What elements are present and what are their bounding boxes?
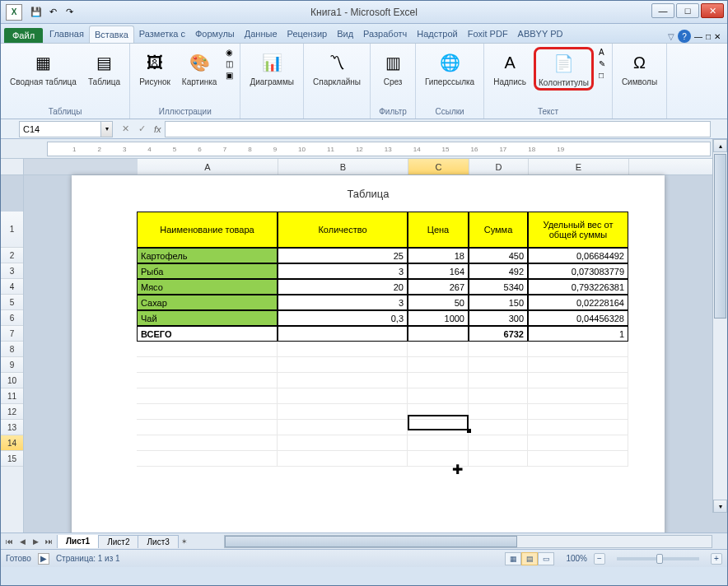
table-cell[interactable]: 0,02228164 bbox=[528, 295, 628, 310]
col-header-B[interactable]: B bbox=[278, 159, 408, 174]
table-cell[interactable]: Картофель bbox=[137, 248, 278, 263]
row-header-12[interactable]: 12 bbox=[1, 404, 23, 420]
row-header-15[interactable]: 15 bbox=[1, 451, 23, 467]
page-break-view-button[interactable]: ▭ bbox=[538, 552, 554, 565]
empty-cell[interactable] bbox=[528, 357, 628, 373]
zoom-out-button[interactable]: − bbox=[594, 553, 605, 565]
empty-cell[interactable] bbox=[469, 373, 528, 388]
col-header-C[interactable]: C bbox=[408, 159, 469, 174]
row-header-11[interactable]: 11 bbox=[1, 388, 23, 404]
table-cell[interactable]: 164 bbox=[408, 263, 469, 279]
redo-icon[interactable]: ↷ bbox=[62, 5, 77, 20]
window-restore-icon[interactable]: □ bbox=[706, 32, 711, 41]
empty-cell[interactable] bbox=[408, 420, 469, 435]
empty-cell[interactable] bbox=[278, 435, 408, 451]
empty-cell[interactable] bbox=[278, 388, 408, 404]
tab-главная[interactable]: Главная bbox=[44, 26, 89, 43]
empty-cell[interactable] bbox=[469, 404, 528, 420]
zoom-thumb[interactable] bbox=[656, 554, 663, 564]
empty-cell[interactable] bbox=[528, 404, 628, 420]
table-cell[interactable]: 450 bbox=[469, 248, 528, 263]
name-box[interactable]: C14 bbox=[19, 121, 101, 137]
table-cell[interactable]: Мясо bbox=[137, 279, 278, 295]
empty-cell[interactable] bbox=[408, 357, 469, 373]
hyperlink-button[interactable]: 🌐Гиперссылка bbox=[421, 47, 478, 89]
empty-cell[interactable] bbox=[137, 373, 278, 388]
table-cell[interactable]: Сахар bbox=[137, 295, 278, 310]
table-cell[interactable]: 0,04456328 bbox=[528, 310, 628, 326]
shapes-button[interactable]: ◉ bbox=[224, 47, 235, 58]
window-close-icon[interactable]: ✕ bbox=[714, 32, 721, 41]
empty-cell[interactable] bbox=[528, 373, 628, 388]
vertical-scrollbar[interactable]: ▴ ▾ bbox=[712, 139, 727, 513]
empty-cell[interactable] bbox=[408, 388, 469, 404]
table-cell[interactable]: 25 bbox=[278, 248, 408, 263]
table-cell[interactable]: 18 bbox=[408, 248, 469, 263]
empty-cell[interactable] bbox=[278, 451, 408, 467]
empty-cell[interactable] bbox=[469, 435, 528, 451]
page-header[interactable]: Таблица bbox=[72, 175, 665, 212]
screenshot-button[interactable]: ▣ bbox=[224, 70, 235, 81]
tab-разметка с[interactable]: Разметка с bbox=[134, 26, 190, 43]
tab-разработч[interactable]: Разработч bbox=[358, 26, 412, 43]
table-header-cell[interactable]: Наименование товара bbox=[137, 212, 278, 248]
empty-cell[interactable] bbox=[137, 435, 278, 451]
col-header-D[interactable]: D bbox=[469, 159, 529, 174]
table-cell[interactable]: 20 bbox=[278, 279, 408, 295]
tab-формулы[interactable]: Формулы bbox=[190, 26, 240, 43]
empty-cell[interactable] bbox=[469, 388, 528, 404]
table-cell[interactable]: 0,06684492 bbox=[528, 248, 628, 263]
empty-cell[interactable] bbox=[528, 342, 628, 357]
select-all-corner[interactable] bbox=[1, 159, 23, 175]
empty-cell[interactable] bbox=[469, 451, 528, 467]
empty-cell[interactable] bbox=[408, 451, 469, 467]
table-cell[interactable]: 1000 bbox=[408, 310, 469, 326]
empty-cell[interactable] bbox=[408, 435, 469, 451]
next-sheet-button[interactable]: ▶ bbox=[29, 535, 42, 548]
horizontal-scrollbar[interactable] bbox=[224, 535, 712, 548]
textbox-button[interactable]: AНадпись bbox=[489, 47, 530, 89]
empty-cell[interactable] bbox=[137, 420, 278, 435]
tab-abbyy pd[interactable]: ABBYY PD bbox=[513, 26, 568, 43]
minimize-button[interactable]: — bbox=[651, 3, 674, 18]
empty-cell[interactable] bbox=[137, 451, 278, 467]
tab-надстрой[interactable]: Надстрой bbox=[412, 26, 462, 43]
table-header-cell[interactable]: Цена bbox=[408, 212, 469, 248]
empty-cell[interactable] bbox=[469, 420, 528, 435]
row-header-5[interactable]: 5 bbox=[1, 295, 23, 310]
col-header-A[interactable]: A bbox=[138, 159, 278, 174]
first-sheet-button[interactable]: ⏮ bbox=[2, 535, 16, 548]
zoom-in-button[interactable]: + bbox=[711, 553, 722, 565]
row-header-2[interactable]: 2 bbox=[1, 248, 23, 263]
table-cell[interactable]: 300 bbox=[469, 310, 528, 326]
row-header-13[interactable]: 13 bbox=[1, 420, 23, 435]
headerfooter-button[interactable]: 📄Колонтитулы bbox=[534, 47, 594, 91]
charts-button[interactable]: 📊Диаграммы bbox=[245, 47, 298, 89]
table-cell[interactable]: 150 bbox=[469, 295, 528, 310]
row-header-4[interactable]: 4 bbox=[1, 279, 23, 295]
empty-cell[interactable] bbox=[528, 451, 628, 467]
tab-вставка[interactable]: Вставка bbox=[89, 26, 134, 43]
normal-view-button[interactable]: ▦ bbox=[505, 552, 521, 565]
clipart-button[interactable]: 🎨Картинка bbox=[178, 47, 222, 89]
table-total-cell[interactable] bbox=[408, 326, 469, 342]
empty-cell[interactable] bbox=[137, 388, 278, 404]
row-header-14[interactable]: 14 bbox=[1, 435, 23, 451]
row-header-6[interactable]: 6 bbox=[1, 310, 23, 326]
fill-handle[interactable] bbox=[467, 429, 471, 433]
empty-cell[interactable] bbox=[137, 342, 278, 357]
picture-button[interactable]: 🖼Рисунок bbox=[135, 47, 175, 89]
table-total-cell[interactable] bbox=[278, 326, 408, 342]
prev-sheet-button[interactable]: ◀ bbox=[16, 535, 29, 548]
tab-foxit pdf[interactable]: Foxit PDF bbox=[463, 26, 513, 43]
empty-cell[interactable] bbox=[469, 357, 528, 373]
vscroll-thumb[interactable] bbox=[714, 154, 726, 319]
table-header-cell[interactable]: Количество bbox=[278, 212, 408, 248]
empty-cell[interactable] bbox=[137, 357, 278, 373]
name-box-dropdown[interactable]: ▾ bbox=[101, 121, 113, 137]
tab-вид[interactable]: Вид bbox=[332, 26, 358, 43]
empty-cell[interactable] bbox=[408, 373, 469, 388]
help-icon[interactable]: ? bbox=[678, 30, 691, 43]
table-header-cell[interactable]: Сумма bbox=[469, 212, 528, 248]
empty-cell[interactable] bbox=[408, 342, 469, 357]
